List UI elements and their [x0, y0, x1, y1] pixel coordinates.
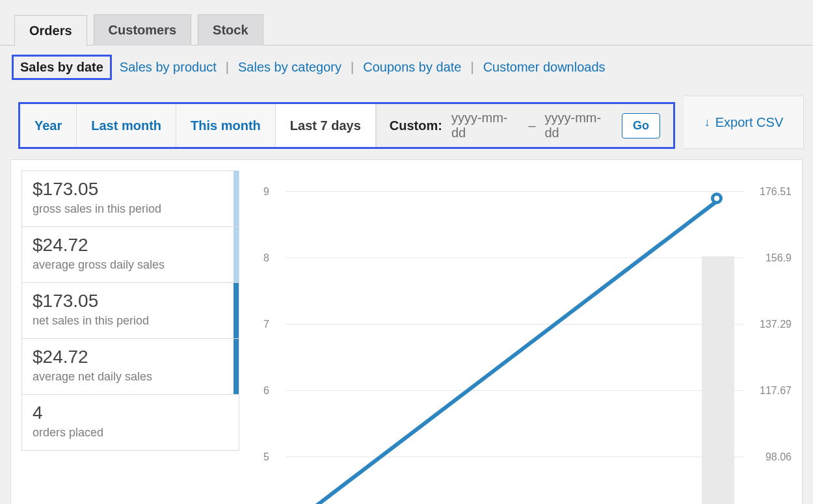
y-right-tick: 98.06 [766, 451, 792, 463]
chart-line-sales [253, 160, 747, 504]
range-custom: Custom: yyyy-mm-dd – yyyy-mm-dd Go [376, 104, 673, 147]
subnav-sales-by-date[interactable]: Sales by date [12, 55, 112, 80]
export-csv-link[interactable]: ↓ Export CSV [704, 115, 783, 130]
export-csv-label: Export CSV [715, 115, 783, 130]
stat-avg-gross-daily[interactable]: $24.72 average gross daily sales [21, 226, 239, 283]
stat-color-edge [233, 283, 239, 338]
subnav-sales-by-product[interactable]: Sales by product [117, 59, 219, 76]
stat-label: orders placed [33, 426, 228, 440]
stats-column: $173.05 gross sales in this period $24.7… [11, 160, 240, 504]
main-tabs: Orders Customers Stock [0, 0, 813, 46]
stat-label: average gross daily sales [33, 258, 228, 272]
report-panel: $173.05 gross sales in this period $24.7… [10, 159, 803, 504]
tab-customers[interactable]: Customers [94, 14, 191, 46]
custom-from-input[interactable]: yyyy-mm-dd [451, 111, 520, 140]
chart-point-last [711, 192, 723, 204]
download-icon: ↓ [704, 116, 710, 129]
separator: | [470, 60, 473, 75]
y-right-tick: 117.67 [760, 385, 792, 397]
stat-net-sales[interactable]: $173.05 net sales in this period [21, 282, 239, 339]
y-right-tick: 156.9 [766, 252, 792, 264]
stat-color-edge [233, 339, 239, 394]
stat-avg-net-daily[interactable]: $24.72 average net daily sales [21, 338, 239, 395]
tab-orders[interactable]: Orders [14, 15, 87, 46]
stat-value: $173.05 [33, 179, 228, 200]
subnav-coupons-by-date[interactable]: Coupons by date [360, 59, 464, 76]
stat-orders-placed[interactable]: 4 orders placed [21, 394, 239, 451]
range-this-month[interactable]: This month [176, 104, 276, 147]
date-range-selector: Year Last month This month Last 7 days C… [18, 102, 675, 149]
subnav-customer-downloads[interactable]: Customer downloads [481, 59, 608, 76]
stat-label: gross sales in this period [33, 202, 228, 216]
export-cell: ↓ Export CSV [684, 96, 804, 149]
stat-label: average net daily sales [33, 370, 228, 384]
separator: | [226, 60, 229, 75]
chart-area: 9 176.51 8 156.9 7 137.29 6 117.67 5 98.… [253, 160, 802, 504]
stat-color-edge [233, 171, 239, 226]
stat-color-edge [233, 227, 239, 282]
subnav-sales-by-category[interactable]: Sales by category [235, 59, 344, 76]
tab-stock[interactable]: Stock [198, 14, 263, 46]
separator: | [351, 60, 354, 75]
report-subnav: Sales by date Sales by product | Sales b… [0, 46, 813, 89]
y-right-tick: 137.29 [760, 319, 792, 330]
stat-value: 4 [33, 403, 228, 423]
custom-label: Custom: [390, 118, 442, 133]
custom-to-input[interactable]: yyyy-mm-dd [545, 111, 613, 140]
y-right-tick: 176.51 [760, 186, 792, 198]
custom-go-button[interactable]: Go [622, 113, 660, 139]
stat-value: $173.05 [33, 291, 228, 312]
custom-dash: – [528, 118, 535, 133]
stat-value: $24.72 [33, 235, 228, 256]
range-last-7-days[interactable]: Last 7 days [276, 104, 376, 147]
range-year[interactable]: Year [20, 104, 77, 147]
stat-value: $24.72 [33, 347, 228, 367]
range-last-month[interactable]: Last month [77, 104, 176, 147]
stat-label: net sales in this period [33, 314, 228, 328]
stat-gross-sales[interactable]: $173.05 gross sales in this period [21, 170, 239, 227]
